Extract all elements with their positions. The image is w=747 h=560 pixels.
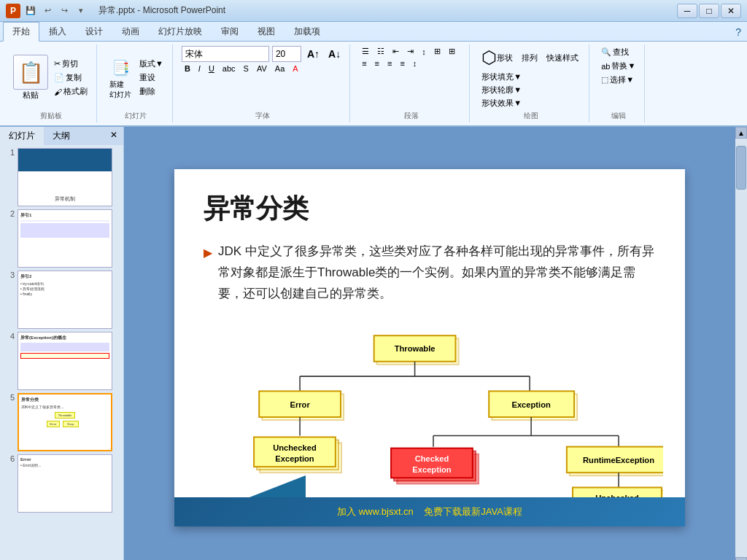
tab-insert[interactable]: 插入 bbox=[39, 22, 76, 41]
tab-view[interactable]: 视图 bbox=[248, 22, 285, 41]
font-color-button[interactable]: A bbox=[290, 63, 301, 74]
align-right-button[interactable]: ≡ bbox=[384, 58, 395, 69]
strikethrough-button[interactable]: abc bbox=[220, 63, 239, 74]
slide-item-5[interactable]: 5 异常分类 JDK中定义了很多异常类... Throwable Error E… bbox=[3, 393, 120, 451]
layout-button[interactable]: 版式▼ bbox=[136, 58, 166, 70]
quick-styles-button[interactable]: 快速样式 bbox=[543, 51, 581, 65]
font-shrink-button[interactable]: A↓ bbox=[325, 47, 344, 61]
column-button[interactable]: ⊞ bbox=[446, 46, 458, 57]
save-icon[interactable]: 💾 bbox=[23, 4, 38, 18]
align-center-button[interactable]: ≡ bbox=[372, 58, 382, 69]
close-button[interactable]: ✕ bbox=[721, 4, 741, 18]
para-row2: ≡ ≡ ≡ ≡ ↕ bbox=[359, 58, 463, 69]
char-spacing-button[interactable]: AV bbox=[254, 63, 270, 74]
drawing-label: 绘图 bbox=[479, 109, 583, 121]
scroll-down-button[interactable]: ▼ bbox=[735, 557, 747, 560]
checked-label2: Exception bbox=[412, 465, 451, 474]
drawing-row2: 形状填充▼ 形状轮廓▼ 形状效果▼ bbox=[479, 71, 583, 109]
increase-indent-button[interactable]: ⇥ bbox=[404, 46, 417, 57]
copy-button[interactable]: 📄复制 bbox=[51, 71, 90, 84]
delete-button[interactable]: 删除 bbox=[136, 85, 166, 98]
slide-thumb-1: 异常机制 bbox=[18, 148, 112, 206]
title-bar: P 💾 ↩ ↪ ▾ 异常.pptx - Microsoft PowerPoint… bbox=[0, 0, 747, 22]
minimize-button[interactable]: ─ bbox=[677, 4, 697, 18]
tab-review[interactable]: 审阅 bbox=[212, 22, 248, 41]
tab-home[interactable]: 开始 bbox=[3, 22, 39, 42]
shape-button[interactable]: ⬡ 形状 bbox=[479, 46, 516, 69]
tab-slides[interactable]: 幻灯片 bbox=[0, 127, 44, 145]
panel-close-button[interactable]: ✕ bbox=[104, 127, 123, 145]
unc-left-label2: Exception bbox=[275, 454, 314, 463]
numbering-button[interactable]: ☷ bbox=[374, 46, 387, 57]
bold-button[interactable]: B bbox=[182, 63, 193, 74]
shape-fill-button[interactable]: 形状填充▼ bbox=[479, 71, 583, 83]
maximize-button[interactable]: □ bbox=[699, 4, 719, 18]
align-left-button[interactable]: ≡ bbox=[359, 58, 369, 69]
replace-button[interactable]: ab 替换▼ bbox=[598, 60, 638, 72]
tab-addins[interactable]: 加载项 bbox=[285, 22, 330, 41]
watermark-subtext: 免费下载最新JAVA课程 bbox=[424, 505, 522, 518]
slide-thumb-5: 异常分类 JDK中定义了很多异常类... Throwable Error Exc… bbox=[18, 393, 112, 451]
font-grow-button[interactable]: A↑ bbox=[304, 47, 322, 61]
convert-smartart-button[interactable]: ⊞ bbox=[431, 46, 444, 57]
undo-icon[interactable]: ↩ bbox=[40, 4, 55, 18]
font-size-input[interactable]: 20 bbox=[272, 46, 301, 62]
slide-item-6[interactable]: 6 Error • Error说明... bbox=[3, 454, 120, 513]
shape-effect-button[interactable]: 形状效果▼ bbox=[479, 97, 583, 109]
underline-button[interactable]: U bbox=[206, 63, 217, 74]
shape-icon: ⬡ bbox=[481, 47, 497, 68]
customize-icon[interactable]: ▾ bbox=[74, 4, 88, 18]
window-controls: ─ □ ✕ bbox=[677, 4, 741, 18]
paste-button[interactable]: 📋 粘贴 bbox=[12, 53, 50, 102]
slides-label: 幻灯片 bbox=[106, 109, 166, 121]
title-bar-left: P 💾 ↩ ↪ ▾ 异常.pptx - Microsoft PowerPoint bbox=[6, 4, 225, 18]
find-button[interactable]: 🔍 查找 bbox=[598, 46, 638, 58]
decrease-indent-button[interactable]: ⇤ bbox=[390, 46, 402, 57]
arrange-button[interactable]: 排列 bbox=[519, 51, 541, 65]
cut-icon: ✂ bbox=[54, 59, 61, 69]
redo-icon[interactable]: ↪ bbox=[57, 4, 71, 18]
justify-button[interactable]: ≡ bbox=[397, 58, 407, 69]
font-family-input[interactable]: 宋体 bbox=[182, 46, 269, 62]
shape-outline-button[interactable]: 形状轮廓▼ bbox=[479, 84, 583, 96]
scroll-track[interactable] bbox=[735, 139, 747, 557]
text-direction-button[interactable]: ↕ bbox=[419, 46, 429, 57]
slides-buttons: 📑 新建 幻灯片 版式▼ 重设 删除 bbox=[106, 46, 166, 109]
tab-slideshow[interactable]: 幻灯片放映 bbox=[149, 22, 212, 41]
new-slide-button[interactable]: 📑 新建 幻灯片 bbox=[106, 55, 135, 101]
slide-item-4[interactable]: 4 异常(Exception)的概念 bbox=[3, 332, 120, 390]
line-spacing-button[interactable]: ↕ bbox=[410, 58, 420, 69]
slide-item-1[interactable]: 1 异常机制 bbox=[3, 148, 120, 206]
slide-canvas[interactable]: 异常分类 ▶ JDK 中定义了很多异常类，这些类对应了各种各样可能出现的异常事件… bbox=[174, 169, 685, 526]
new-slide-icon: 📑 bbox=[109, 56, 132, 79]
editing-buttons: 🔍 查找 ab 替换▼ ⬚ 选择▼ bbox=[598, 46, 638, 86]
ribbon-content: 📋 粘贴 ✂剪切 📄复制 🖌格式刷 剪贴板 📑 新建 幻灯片 版式▼ bbox=[0, 41, 747, 125]
exception-label: Exception bbox=[511, 400, 550, 409]
help-icon[interactable]: ? bbox=[729, 23, 747, 41]
tab-outline[interactable]: 大纲 bbox=[44, 127, 79, 145]
slide-item-3[interactable]: 3 异引2 • try-catch语句• 异常处理流程• finally bbox=[3, 271, 120, 329]
bullets-button[interactable]: ☰ bbox=[359, 46, 372, 57]
new-slide-label: 新建 幻灯片 bbox=[109, 79, 131, 100]
tab-design[interactable]: 设计 bbox=[76, 22, 112, 41]
right-scrollbar[interactable]: ▲ ▼ bbox=[735, 127, 747, 560]
scroll-up-button[interactable]: ▲ bbox=[735, 127, 747, 139]
slide-panel-tabs: 幻灯片 大纲 ✕ bbox=[0, 127, 123, 145]
throwable-label: Throwable bbox=[395, 344, 436, 353]
clipboard-group: 📋 粘贴 ✂剪切 📄复制 🖌格式刷 剪贴板 bbox=[6, 44, 97, 122]
scroll-thumb[interactable] bbox=[736, 146, 746, 190]
main-area: 幻灯片 大纲 ✕ 1 异常机制 2 异引1 bbox=[0, 127, 747, 560]
slide-thumb-2: 异引1 bbox=[18, 209, 112, 268]
case-button[interactable]: Aa bbox=[272, 63, 287, 74]
select-button[interactable]: ⬚ 选择▼ bbox=[598, 74, 638, 86]
slides-group: 📑 新建 幻灯片 版式▼ 重设 删除 幻灯片 bbox=[100, 44, 173, 122]
cut-button[interactable]: ✂剪切 bbox=[51, 58, 90, 70]
italic-button[interactable]: I bbox=[196, 63, 204, 74]
format-painter-button[interactable]: 🖌格式刷 bbox=[51, 85, 90, 98]
paragraph-label: 段落 bbox=[359, 109, 463, 121]
slide-item-2[interactable]: 2 异引1 bbox=[3, 209, 120, 268]
shadow-button[interactable]: S bbox=[241, 63, 252, 74]
tab-animation[interactable]: 动画 bbox=[112, 22, 149, 41]
reset-button[interactable]: 重设 bbox=[136, 71, 166, 84]
para-row1: ☰ ☷ ⇤ ⇥ ↕ ⊞ ⊞ bbox=[359, 46, 463, 57]
